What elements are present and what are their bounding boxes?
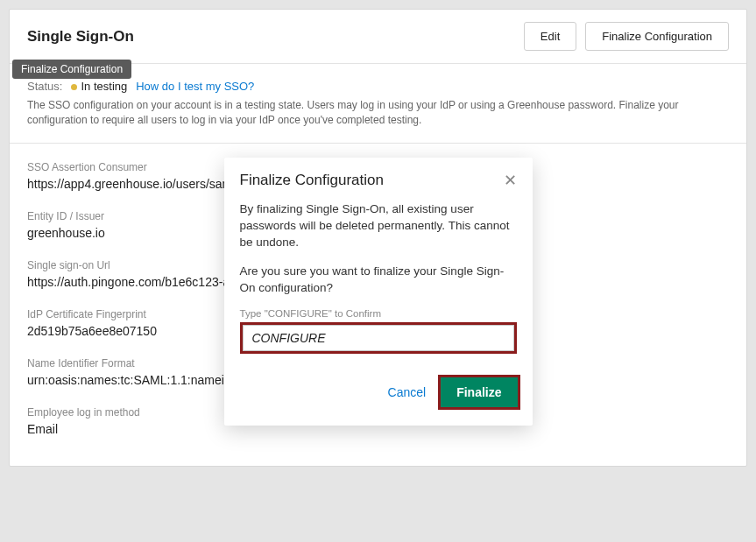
finalize-button[interactable]: Finalize: [441, 377, 517, 407]
modal-title: Finalize Configuration: [240, 172, 384, 189]
finalize-button-highlight: Finalize: [438, 375, 519, 410]
modal-overlay: Finalize Configuration ✕ By finalizing S…: [0, 0, 756, 542]
modal-confirm-question: Are you sure you want to finalize your S…: [240, 264, 517, 297]
finalize-config-modal: Finalize Configuration ✕ By finalizing S…: [224, 158, 533, 426]
confirm-input-highlight: [240, 322, 517, 354]
close-icon[interactable]: ✕: [504, 172, 517, 188]
cancel-button[interactable]: Cancel: [388, 385, 427, 399]
modal-warning-text: By finalizing Single Sign-On, all existi…: [240, 201, 517, 251]
confirm-input-label: Type "CONFIGURE" to Confirm: [240, 308, 517, 319]
confirm-input[interactable]: [243, 325, 514, 351]
